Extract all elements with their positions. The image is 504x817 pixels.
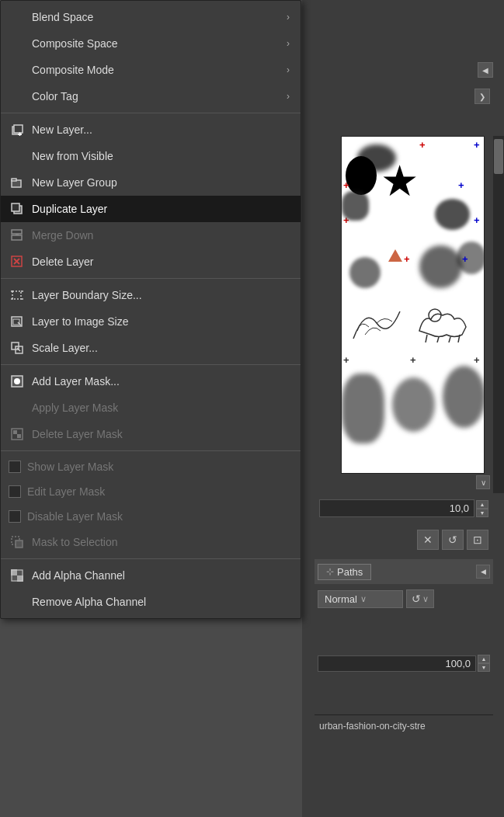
new-from-visible-label: New from Visible xyxy=(32,150,290,162)
menu-item-composite-mode[interactable]: Composite Mode › xyxy=(1,57,301,83)
menu-item-new-layer[interactable]: New Layer... xyxy=(1,116,301,143)
disable-mask-checkbox xyxy=(9,510,21,523)
menu-item-add-alpha-channel[interactable]: Add Alpha Channel xyxy=(1,562,301,589)
number-spin-down[interactable]: ▼ xyxy=(476,509,488,517)
opacity-spin-down[interactable]: ▼ xyxy=(478,663,490,672)
number-input[interactable] xyxy=(319,499,474,517)
menu-section-mask-options: Show Layer Mask Edit Layer Mask Disable … xyxy=(1,451,301,559)
menu-section-mask: Add Layer Mask... Apply Layer Mask Delet… xyxy=(1,365,301,451)
color-tag-arrow: › xyxy=(287,91,290,102)
menu-item-new-layer-group[interactable]: New Layer Group xyxy=(1,169,301,196)
brush-blob-4 xyxy=(419,245,462,288)
scrollbar-handle[interactable] xyxy=(494,139,503,174)
delete-icon xyxy=(9,253,26,270)
svg-rect-10 xyxy=(12,179,16,181)
layer-boundary-size-label: Layer Boundary Size... xyxy=(32,289,290,301)
menu-item-mask-to-selection: Mask to Selection xyxy=(1,529,301,555)
new-layer-group-label: New Layer Group xyxy=(32,176,290,189)
delete-mask-icon xyxy=(9,426,26,443)
blend-mode-value: Normal xyxy=(325,593,357,605)
svg-rect-20 xyxy=(12,291,21,299)
collapse-icon: ◀ xyxy=(482,66,488,75)
composite-mode-label: Composite Mode xyxy=(32,64,287,76)
new-layer-icon xyxy=(9,121,26,138)
svg-rect-34 xyxy=(13,430,17,434)
menu-item-delete-layer[interactable]: Delete Layer xyxy=(1,249,301,275)
svg-point-32 xyxy=(14,378,20,384)
blank-icon-7 xyxy=(9,593,26,610)
mask-to-selection-label: Mask to Selection xyxy=(32,536,290,548)
img-size-icon xyxy=(9,313,26,330)
menu-item-disable-layer-mask: Disable Layer Mask xyxy=(1,504,301,529)
number-spinner: ▲ ▼ xyxy=(476,500,488,517)
show-mask-checkbox xyxy=(9,461,21,473)
opacity-input[interactable] xyxy=(318,655,476,672)
animal-sketch xyxy=(412,300,474,342)
plus-blue-3: + xyxy=(474,214,480,226)
paths-bar: ⊹ Paths ◀ xyxy=(315,559,493,584)
context-menu: Blend Space › Composite Space › Composit… xyxy=(0,0,301,619)
duplicate-layer-label: Duplicate Layer xyxy=(32,203,290,215)
panel-collapse-button[interactable]: ◀ xyxy=(478,62,493,78)
layer-name-row: urban-fashion-on-city-stre xyxy=(315,714,493,736)
right-scrollbar[interactable] xyxy=(493,136,504,493)
canvas-chevron-button[interactable]: ∨ xyxy=(476,475,490,489)
menu-item-new-from-visible[interactable]: New from Visible xyxy=(1,143,301,169)
scale-icon xyxy=(9,339,26,356)
svg-rect-13 xyxy=(12,230,22,234)
duplicate-icon xyxy=(9,200,26,217)
scale-layer-label: Scale Layer... xyxy=(32,342,290,354)
blend-mode-dropdown[interactable]: Normal ∨ xyxy=(318,590,403,608)
svg-line-1 xyxy=(437,337,439,342)
alpha-icon xyxy=(9,567,26,584)
menu-item-composite-space[interactable]: Composite Space › xyxy=(1,30,301,57)
layer-group-icon xyxy=(9,174,26,191)
menu-item-scale-layer[interactable]: Scale Layer... xyxy=(1,335,301,361)
number-spin-up[interactable]: ▲ xyxy=(476,500,488,509)
blank-icon-6 xyxy=(9,399,26,416)
merge-down-label: Merge Down xyxy=(32,229,290,242)
tool-buttons-row: ✕ ↺ ⊡ xyxy=(315,527,493,553)
disable-layer-mask-label: Disable Layer Mask xyxy=(27,510,290,523)
edit-mask-checkbox xyxy=(9,485,21,498)
new-layer-label: New Layer... xyxy=(32,123,290,136)
blend-refresh-button[interactable]: ↺ ∨ xyxy=(406,589,434,608)
svg-line-0 xyxy=(426,335,427,342)
opacity-spin-up[interactable]: ▲ xyxy=(478,655,490,663)
panel-dropdown-button[interactable]: ❯ xyxy=(474,89,490,104)
plus-red-2: + xyxy=(419,139,426,151)
menu-item-add-layer-mask[interactable]: Add Layer Mask... xyxy=(1,368,301,395)
composite-space-label: Composite Space xyxy=(32,37,287,50)
delete-layer-label: Delete Layer xyxy=(32,256,290,268)
brush-blob-bot-1 xyxy=(342,374,384,443)
delete-tool-button[interactable]: ✕ xyxy=(417,530,439,550)
paths-tab[interactable]: ⊹ Paths xyxy=(318,564,371,580)
menu-item-layer-to-image-size[interactable]: Layer to Image Size xyxy=(1,308,301,335)
brush-blob-2 xyxy=(435,199,470,230)
menu-item-merge-down: Merge Down xyxy=(1,222,301,249)
svg-rect-14 xyxy=(12,235,22,240)
menu-item-layer-boundary-size[interactable]: Layer Boundary Size... xyxy=(1,282,301,308)
plus-blue-2: + xyxy=(458,179,464,191)
blank-icon-1 xyxy=(9,9,26,26)
menu-item-edit-layer-mask: Edit Layer Mask xyxy=(1,479,301,504)
menu-item-duplicate-layer[interactable]: Duplicate Layer xyxy=(1,196,301,222)
menu-item-remove-alpha-channel[interactable]: Remove Alpha Channel xyxy=(1,589,301,615)
menu-item-delete-layer-mask: Delete Layer Mask xyxy=(1,421,301,447)
delete-layer-mask-label: Delete Layer Mask xyxy=(32,428,290,440)
paths-collapse-button[interactable]: ◀ xyxy=(476,565,490,579)
blend-space-arrow: › xyxy=(287,12,290,23)
blend-space-label: Blend Space xyxy=(32,11,287,23)
brush-blob-5 xyxy=(349,257,381,288)
canvas-bottom-bar: ∨ xyxy=(315,474,493,491)
menu-section-blend: Blend Space › Composite Space › Composit… xyxy=(1,1,301,113)
edit-layer-mask-label: Edit Layer Mask xyxy=(27,485,290,498)
canvas-area: ★ + + + + + + + + xyxy=(341,136,485,474)
svg-rect-35 xyxy=(17,434,21,438)
menu-item-color-tag[interactable]: Color Tag › xyxy=(1,83,301,110)
opacity-spinner: ▲ ▼ xyxy=(478,655,490,672)
menu-item-blend-space[interactable]: Blend Space › xyxy=(1,4,301,30)
save-tool-button[interactable]: ⊡ xyxy=(467,530,488,550)
refresh-tool-button[interactable]: ↺ xyxy=(442,530,464,550)
mask-icon xyxy=(9,373,26,390)
